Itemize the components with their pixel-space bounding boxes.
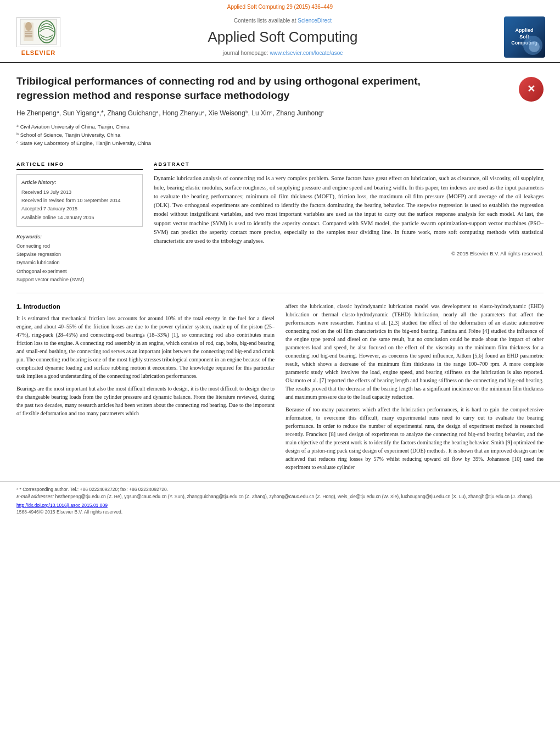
paper-header: Tribilogical performances of connecting … [0, 63, 560, 148]
journal-header: ELSEVIER Contents lists available at Sci… [0, 12, 560, 63]
article-info-column: ARTICLE INFO Article history: Received 1… [16, 161, 143, 284]
title-row: Tribilogical performances of connecting … [16, 74, 544, 102]
email-label: E-mail addresses: [16, 494, 54, 499]
affiliations: ᵃ Civil Aviation University of China, Ti… [16, 122, 544, 148]
journal-badge: Applied Soft Computing [504, 16, 545, 58]
keyword-2: Stepwise regression [16, 250, 143, 259]
keyword-4: Orthogonal experiment [16, 267, 143, 276]
affiliation-c: ᶜ State Key Laboratory of Engine, Tianji… [16, 139, 544, 147]
crossmark-badge[interactable]: ✕ [519, 77, 544, 102]
contents-text: Contents lists available at [234, 18, 296, 24]
accepted-date: Accepted 7 January 2015 [21, 205, 138, 213]
issn-line: 1568-4946/© 2015 Elsevier B.V. All right… [16, 509, 544, 516]
star-symbol: * [16, 487, 18, 492]
crossmark-icon: ✕ [519, 77, 544, 102]
section-divider [16, 293, 544, 293]
contents-available-line: Contents lists available at ScienceDirec… [66, 17, 500, 25]
elsevier-logo: ELSEVIER [11, 17, 66, 57]
star-footnote: * * Corresponding author. Tel.: +86 0222… [16, 486, 544, 493]
keywords-label: Keywords: [16, 233, 143, 241]
homepage-label: journal homepage: [223, 50, 268, 56]
citation-text: Applied Soft Computing 29 (2015) 436–449 [227, 4, 333, 10]
keywords-box: Keywords: Connecting rod Stepwise regres… [16, 233, 143, 284]
homepage-url[interactable]: www.elsevier.com/locate/asoc [270, 50, 343, 56]
doi-line: http://dx.doi.org/10.1016/j.asoc.2015.01… [16, 503, 544, 509]
info-abstract-section: ARTICLE INFO Article history: Received 1… [0, 154, 560, 284]
authors-line: He Zhenpengᵃ, Sun Yigangᵃ,*, Zhang Guich… [16, 109, 544, 118]
svg-point-2 [25, 22, 32, 31]
affiliation-b: ᵇ School of Science, Tianjin University,… [16, 131, 544, 139]
journal-homepage-line: journal homepage: www.elsevier.com/locat… [66, 49, 500, 57]
email-addresses: hezhenpeng@tju.edu.cn (Z. He), ygsun@cau… [55, 494, 533, 499]
abstract-column: ABSTRACT Dynamic lubrication analysis of… [154, 161, 544, 284]
elsevier-logo-section: ELSEVIER [11, 17, 66, 57]
sciencedirect-link[interactable]: ScienceDirect [298, 18, 332, 24]
copyright-line: © 2015 Elsevier B.V. All rights reserved… [154, 250, 544, 257]
abstract-text: Dynamic lubrication analysis of connecti… [154, 174, 544, 246]
elsevier-wordmark: ELSEVIER [21, 49, 55, 57]
keyword-3: Dynamic lubrication [16, 259, 143, 267]
journal-badge-section: Applied Soft Computing [500, 16, 549, 58]
affiliation-a: ᵃ Civil Aviation University of China, Ti… [16, 122, 544, 131]
history-label: Article history: [21, 179, 138, 186]
intro-para2: Bearings are the most important but also… [16, 384, 275, 417]
corresponding-note: * Corresponding author. Tel.: +86 022240… [20, 487, 169, 492]
body-section: 1. Introduction It is estimated that mec… [0, 302, 560, 476]
badge-line1: Applied [516, 27, 534, 34]
article-info-box: Article history: Received 19 July 2013 R… [16, 174, 143, 227]
badge-line3: Computing [511, 40, 537, 47]
footnotes-section: * * Corresponding author. Tel.: +86 0222… [0, 481, 560, 518]
keyword-1: Connecting rod [16, 242, 143, 250]
doi-link[interactable]: http://dx.doi.org/10.1016/j.asoc.2015.01… [16, 503, 108, 508]
revised-date: Received in revised form 10 September 20… [21, 197, 138, 205]
available-date: Available online 14 January 2015 [21, 214, 138, 222]
intro-section-title: 1. Introduction [16, 302, 275, 311]
body-left-column: 1. Introduction It is estimated that mec… [16, 302, 275, 476]
right-para1: affect the lubrication, classic hydrodyn… [285, 302, 544, 401]
article-info-header: ARTICLE INFO [16, 161, 143, 170]
right-para2: Because of too many parameters which aff… [285, 405, 544, 471]
received-date: Received 19 July 2013 [21, 188, 138, 197]
elsevier-logo-image [16, 17, 60, 47]
intro-para1: It is estimated that mechanical friction… [16, 314, 275, 380]
journal-title-section: Contents lists available at ScienceDirec… [66, 17, 500, 57]
journal-citation: Applied Soft Computing 29 (2015) 436–449 [0, 0, 560, 12]
journal-name: Applied Soft Computing [66, 27, 500, 47]
badge-line2: Soft [519, 34, 529, 41]
keyword-5: Support vector machine (SVM) [16, 276, 143, 284]
email-footnote: E-mail addresses: hezhenpeng@tju.edu.cn … [16, 493, 544, 500]
abstract-header: ABSTRACT [154, 161, 544, 170]
section-title-text: Introduction [24, 303, 60, 310]
section-number: 1. [16, 303, 22, 310]
paper-title: Tribilogical performances of connecting … [16, 74, 467, 102]
body-right-column: affect the lubrication, classic hydrodyn… [285, 302, 544, 476]
